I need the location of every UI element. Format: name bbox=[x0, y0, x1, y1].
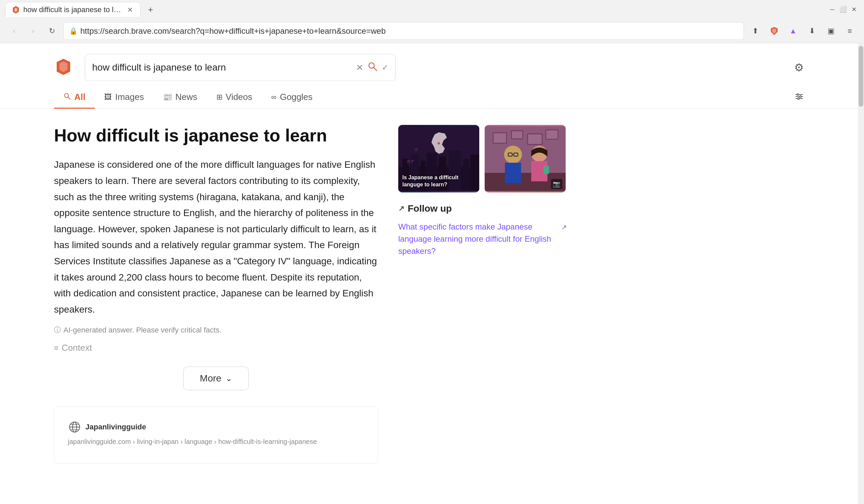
svg-point-16 bbox=[798, 98, 800, 99]
svg-rect-38 bbox=[493, 133, 506, 143]
more-button-wrapper: More ⌄ bbox=[54, 367, 378, 390]
result-image-1[interactable]: カナ 語 Is Japanese a difficult languge to … bbox=[398, 125, 479, 192]
search-header: ✕ ✓ ⚙ bbox=[0, 43, 858, 81]
page-inner: ✕ ✓ ⚙ bbox=[0, 43, 858, 504]
active-tab[interactable]: how difficult is japanese to lear ✕ bbox=[5, 2, 141, 17]
nav-actions: ⬆ ▲ ⬇ ▣ ≡ bbox=[748, 24, 857, 38]
confirm-icon: ✓ bbox=[382, 63, 388, 72]
tab-images-label: Images bbox=[115, 92, 144, 102]
close-button[interactable]: ✕ bbox=[849, 5, 859, 14]
tab-images[interactable]: 🖼 Images bbox=[95, 86, 153, 109]
search-settings-button[interactable]: ⚙ bbox=[794, 61, 804, 74]
left-column: How difficult is japanese to learn Japan… bbox=[54, 125, 378, 488]
image1-text: Is Japanese a difficult languge to learn… bbox=[402, 174, 475, 188]
follow-up-link[interactable]: What specific factors make Japanese lang… bbox=[398, 221, 567, 257]
tab-all-label: All bbox=[74, 92, 85, 102]
svg-point-15 bbox=[800, 96, 802, 97]
goggles-tab-icon: ∞ bbox=[271, 93, 277, 101]
svg-rect-42 bbox=[528, 134, 542, 144]
back-button[interactable]: ‹ bbox=[7, 24, 22, 38]
download-button[interactable]: ⬇ bbox=[805, 24, 819, 38]
navigation-bar: ‹ › ↻ 🔒 https://search.brave.com/search?… bbox=[0, 19, 864, 43]
svg-rect-47 bbox=[505, 163, 521, 183]
search-tab-icon bbox=[63, 93, 71, 100]
result-domain: Japanlivingguide bbox=[85, 423, 146, 431]
tab-close-button[interactable]: ✕ bbox=[125, 5, 135, 14]
svg-line-8 bbox=[374, 68, 377, 71]
search-result: Japanlivingguide japanlivingguide.com › … bbox=[54, 406, 378, 464]
svg-rect-40 bbox=[512, 131, 522, 139]
brave-shield-button[interactable] bbox=[767, 24, 782, 38]
ai-answer-title: How difficult is japanese to learn bbox=[54, 125, 378, 146]
svg-line-10 bbox=[68, 97, 71, 99]
context-button[interactable]: ≡ Context bbox=[54, 343, 378, 353]
result-favicon bbox=[68, 420, 81, 434]
svg-rect-53 bbox=[543, 167, 549, 174]
minimize-button[interactable]: ─ bbox=[828, 5, 837, 14]
context-icon: ≡ bbox=[54, 344, 58, 352]
brave-shield-icon bbox=[769, 26, 779, 36]
tab-videos-label: Videos bbox=[226, 92, 252, 102]
browser-window: how difficult is japanese to lear ✕ + ─ … bbox=[0, 0, 864, 504]
search-box[interactable]: ✕ ✓ bbox=[85, 54, 396, 81]
tab-goggles-label: Goggles bbox=[280, 92, 313, 102]
context-label: Context bbox=[62, 343, 92, 353]
svg-point-14 bbox=[797, 94, 799, 95]
disclaimer-icon: ⓘ bbox=[54, 325, 61, 335]
filter-options-button[interactable] bbox=[794, 92, 804, 103]
new-tab-button[interactable]: + bbox=[143, 2, 158, 17]
image1-overlay-text: Is Japanese a difficult languge to learn… bbox=[402, 175, 458, 187]
maximize-button[interactable]: ⬜ bbox=[838, 5, 848, 14]
search-submit-button[interactable] bbox=[368, 61, 378, 74]
search-input[interactable] bbox=[92, 62, 352, 73]
refresh-button[interactable]: ↻ bbox=[45, 24, 59, 38]
svg-text:語: 語 bbox=[415, 147, 418, 151]
main-area: How difficult is japanese to learn Japan… bbox=[0, 109, 858, 504]
filter-tabs: All 🖼 Images 📰 News ⊞ Videos ∞ Goggles bbox=[0, 81, 858, 109]
clear-search-button[interactable]: ✕ bbox=[356, 62, 363, 73]
follow-up-title: ↗ Follow up bbox=[398, 203, 567, 214]
sidebar-button[interactable]: ▣ bbox=[824, 24, 838, 38]
tab-title: how difficult is japanese to lear bbox=[23, 5, 122, 14]
result-image-2[interactable]: 📷 bbox=[485, 125, 566, 192]
tab-goggles[interactable]: ∞ Goggles bbox=[262, 86, 322, 109]
more-label: More bbox=[200, 373, 221, 384]
share-button[interactable]: ⬆ bbox=[748, 24, 763, 38]
image2-camera-icon: 📷 bbox=[551, 179, 562, 189]
follow-up-link-arrow-icon: ↗ bbox=[561, 222, 567, 232]
all-tab-icon bbox=[63, 93, 71, 102]
follow-up-arrow-icon: ↗ bbox=[398, 204, 404, 213]
tab-news-label: News bbox=[176, 92, 197, 102]
ai-answer-body: Japanese is considered one of the more d… bbox=[54, 157, 378, 317]
filter-options-icon bbox=[794, 92, 804, 101]
news-tab-icon: 📰 bbox=[163, 93, 172, 101]
follow-up-link-text: What specific factors make Japanese lang… bbox=[398, 221, 558, 257]
address-bar[interactable]: 🔒 https://search.brave.com/search?q=how+… bbox=[63, 22, 744, 40]
brave-rewards-button[interactable]: ▲ bbox=[786, 24, 801, 38]
follow-up-title-text: Follow up bbox=[408, 203, 452, 214]
tab-favicon bbox=[11, 5, 21, 14]
search-box-wrapper: ✕ ✓ ⚙ bbox=[54, 54, 804, 81]
forward-button[interactable]: › bbox=[26, 24, 40, 38]
address-text: https://search.brave.com/search?q=how+di… bbox=[80, 26, 738, 36]
brave-logo-icon bbox=[54, 57, 73, 76]
tab-all[interactable]: All bbox=[54, 86, 95, 109]
menu-button[interactable]: ≡ bbox=[842, 24, 857, 38]
follow-up-section: ↗ Follow up What specific factors make J… bbox=[398, 203, 567, 257]
images-tab-icon: 🖼 bbox=[104, 93, 112, 101]
more-button[interactable]: More ⌄ bbox=[183, 367, 249, 390]
disclaimer-text: AI-generated answer. Please verify criti… bbox=[63, 326, 221, 335]
scrollbar[interactable] bbox=[858, 43, 864, 504]
title-bar: how difficult is japanese to lear ✕ + ─ … bbox=[0, 0, 864, 19]
scrollbar-thumb[interactable] bbox=[859, 46, 863, 107]
globe-icon bbox=[69, 421, 81, 433]
tab-videos[interactable]: ⊞ Videos bbox=[207, 86, 262, 109]
result-url: japanlivingguide.com › living-in-japan ›… bbox=[68, 438, 364, 446]
svg-text:カナ: カナ bbox=[406, 159, 415, 164]
result-meta: Japanlivingguide bbox=[68, 420, 364, 434]
tab-news[interactable]: 📰 News bbox=[154, 86, 207, 109]
videos-tab-icon: ⊞ bbox=[216, 93, 223, 101]
page-content: ✕ ✓ ⚙ bbox=[0, 43, 864, 504]
privacy-icon: 🔒 bbox=[69, 27, 77, 35]
brave-logo bbox=[54, 57, 73, 77]
